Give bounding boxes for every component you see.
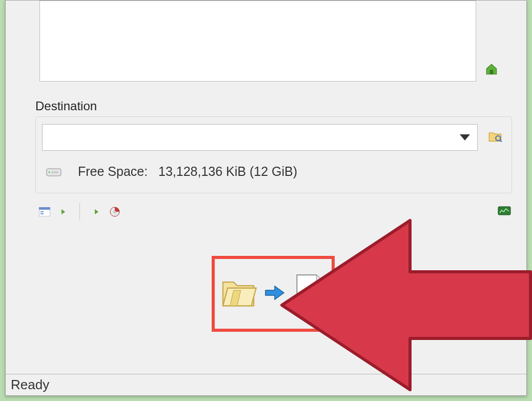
svg-point-14 [305, 298, 311, 302]
browse-destination-button[interactable] [487, 128, 503, 145]
source-list[interactable] [39, 1, 476, 82]
hard-drive-icon [46, 168, 63, 178]
free-space-text: Free Space: 13,128,136 KiB (12 GiB) [78, 164, 297, 179]
chevron-down-icon [460, 134, 470, 141]
app-window: Destination Free Space: [5, 0, 527, 396]
monitor-button[interactable] [498, 206, 512, 217]
home-plus-icon[interactable] [484, 62, 499, 76]
destination-dropdown[interactable] [42, 124, 478, 151]
burn-disc-button[interactable] [108, 206, 122, 218]
play-icon[interactable] [56, 206, 70, 218]
svg-point-4 [49, 172, 50, 173]
open-folder-icon [219, 274, 257, 314]
blue-arrow-icon [264, 283, 285, 305]
build-image-button[interactable] [212, 256, 335, 332]
svg-line-2 [500, 140, 502, 142]
free-space-value: 13,128,136 KiB (12 GiB) [158, 164, 297, 178]
panel-options-button[interactable] [37, 206, 52, 218]
svg-rect-5 [51, 171, 58, 173]
svg-rect-0 [490, 70, 494, 74]
svg-rect-9 [40, 213, 44, 214]
status-bar: Ready [6, 374, 526, 395]
destination-group: Free Space: 13,128,136 KiB (12 GiB) [35, 116, 512, 193]
play-icon[interactable] [89, 206, 104, 218]
toolbar-separator [79, 203, 80, 220]
free-space-label: Free Space: [78, 164, 148, 178]
disc-image-icon [292, 274, 327, 314]
main-panel: Destination Free Space: [18, 1, 514, 374]
status-text: Ready [11, 377, 49, 393]
svg-rect-7 [39, 207, 50, 210]
toolbar [37, 203, 512, 221]
svg-point-11 [114, 211, 116, 213]
svg-rect-8 [40, 211, 44, 212]
destination-label: Destination [35, 99, 97, 113]
